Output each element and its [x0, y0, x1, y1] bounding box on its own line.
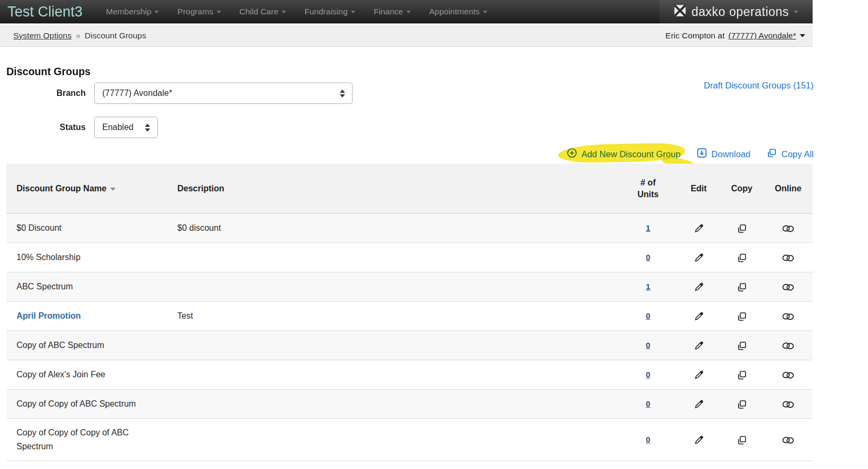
- table-body: $0 Discount $0 discount 1: [6, 214, 813, 461]
- discount-group-description: Test: [177, 309, 619, 323]
- copy-cell: [720, 338, 764, 352]
- copy-cell: [720, 397, 764, 411]
- select-stepper-icon: [145, 124, 150, 132]
- branch-label: Branch: [0, 88, 94, 98]
- user-branch-link[interactable]: (77777) Avondale*: [728, 31, 796, 41]
- online-cell: [764, 250, 813, 264]
- branch-select-value: (77777) Avondale*: [102, 88, 172, 98]
- pencil-icon[interactable]: [693, 311, 705, 320]
- units-count-link[interactable]: 0: [646, 311, 650, 320]
- column-header-units: # of Units: [619, 177, 677, 200]
- chain-link-icon[interactable]: [782, 341, 795, 350]
- nav-item-finance[interactable]: Finance: [374, 7, 411, 17]
- copy-icon[interactable]: [736, 223, 747, 232]
- online-cell: [764, 280, 813, 294]
- add-new-label: Add New Discount Group: [582, 149, 681, 159]
- pencil-icon[interactable]: [693, 370, 705, 379]
- copy-cell: [720, 368, 764, 382]
- discount-groups-table: Discount Group Name Description # of Uni…: [6, 164, 813, 461]
- table-row: 10% Scholarship 0: [6, 243, 813, 272]
- nav-item-membership[interactable]: Membership: [106, 7, 159, 17]
- download-link[interactable]: Download: [697, 148, 750, 160]
- breadcrumb-separator: »: [76, 31, 80, 41]
- chain-link-icon[interactable]: [782, 399, 795, 408]
- copy-icon[interactable]: [736, 370, 747, 379]
- copy-icon[interactable]: [736, 399, 747, 408]
- discount-group-name: 10% Scholarship: [17, 253, 80, 262]
- select-stepper-icon: [340, 90, 345, 98]
- edit-cell: [677, 280, 720, 294]
- pencil-icon[interactable]: [693, 399, 705, 408]
- nav-item-fundraising[interactable]: Fundraising: [305, 7, 355, 17]
- table-row: Copy of Copy of ABC Spectrum 0: [6, 390, 813, 419]
- units-count-link[interactable]: 0: [646, 341, 650, 350]
- client-brand: Test Client3: [7, 4, 83, 20]
- plus-circle-icon: [567, 148, 577, 160]
- units-count-link[interactable]: 0: [646, 253, 650, 262]
- edit-cell: [677, 309, 720, 323]
- status-select[interactable]: Enabled: [94, 117, 158, 138]
- chain-link-icon[interactable]: [782, 370, 795, 379]
- nav-item-appointments[interactable]: Appointments: [429, 7, 487, 17]
- table-row: $0 Discount $0 discount 1: [6, 214, 813, 243]
- discount-group-name[interactable]: April Promotion: [17, 311, 81, 320]
- online-cell: [764, 309, 813, 323]
- chevron-down-icon: [483, 11, 487, 13]
- pencil-icon[interactable]: [693, 253, 705, 262]
- add-new-discount-group-link[interactable]: Add New Discount Group: [567, 148, 681, 160]
- pencil-icon[interactable]: [693, 282, 705, 291]
- copy-icon[interactable]: [736, 253, 747, 262]
- chevron-down-icon: [217, 11, 221, 13]
- chain-link-icon[interactable]: [782, 282, 795, 291]
- daxko-x-icon: [674, 4, 686, 19]
- units-count-link[interactable]: 1: [646, 223, 650, 232]
- edit-cell: [677, 397, 720, 411]
- online-cell: [764, 221, 813, 235]
- pencil-icon[interactable]: [693, 435, 705, 444]
- daxko-logo-panel[interactable]: daxko operations: [659, 0, 813, 23]
- copy-icon[interactable]: [736, 282, 747, 291]
- edit-cell: [677, 338, 720, 352]
- chain-link-icon[interactable]: [782, 253, 795, 262]
- nav-menu: Membership Programs Child Care Fundraisi…: [106, 7, 506, 17]
- discount-group-name: $0 Discount: [17, 223, 62, 232]
- copy-all-link[interactable]: Copy All: [766, 148, 814, 160]
- column-header-copy: Copy: [720, 184, 764, 193]
- chain-link-icon[interactable]: [782, 311, 795, 320]
- breadcrumb-bar: System Options » Discount Groups Eric Co…: [0, 25, 813, 47]
- units-count-link[interactable]: 0: [646, 435, 650, 444]
- chain-link-icon[interactable]: [782, 435, 795, 444]
- pencil-icon[interactable]: [693, 223, 705, 232]
- daxko-logo-text: daxko operations: [691, 5, 789, 19]
- online-cell: [764, 433, 813, 447]
- online-cell: [764, 397, 813, 411]
- nav-item-child-care[interactable]: Child Care: [240, 7, 286, 17]
- copy-icon[interactable]: [736, 435, 747, 444]
- copy-icon[interactable]: [736, 311, 747, 320]
- units-count-link[interactable]: 0: [646, 399, 650, 408]
- copy-all-label: Copy All: [781, 149, 814, 159]
- status-filter-row: Status Enabled: [0, 117, 868, 138]
- online-cell: [764, 338, 813, 352]
- units-count-link[interactable]: 1: [646, 282, 650, 291]
- draft-discount-groups-link[interactable]: Draft Discount Groups (151): [704, 80, 814, 91]
- user-dropdown-caret-icon[interactable]: [800, 34, 805, 37]
- pencil-icon[interactable]: [693, 341, 705, 350]
- discount-group-name: Copy of Copy of ABC Spectrum: [17, 399, 136, 408]
- units-count-link[interactable]: 0: [646, 370, 650, 379]
- discount-group-description: $0 discount: [177, 221, 619, 235]
- column-header-name[interactable]: Discount Group Name: [6, 184, 177, 193]
- branch-select[interactable]: (77777) Avondale*: [94, 83, 353, 104]
- user-name-label: Eric Compton at: [666, 31, 725, 41]
- discount-group-name: Copy of Alex's Join Fee: [17, 370, 105, 379]
- copy-icon[interactable]: [736, 341, 747, 350]
- table-header-row: Discount Group Name Description # of Uni…: [6, 164, 813, 214]
- chain-link-icon[interactable]: [782, 223, 795, 232]
- breadcrumb-system-options-link[interactable]: System Options: [13, 31, 71, 41]
- table-row: Copy of Copy of Copy of ABC Spectrum 0: [6, 419, 813, 461]
- chevron-down-icon: [351, 11, 355, 13]
- table-row: ABC Spectrum 1: [6, 272, 813, 302]
- discount-group-name: ABC Spectrum: [17, 282, 73, 291]
- edit-cell: [677, 221, 720, 235]
- nav-item-programs[interactable]: Programs: [177, 7, 220, 17]
